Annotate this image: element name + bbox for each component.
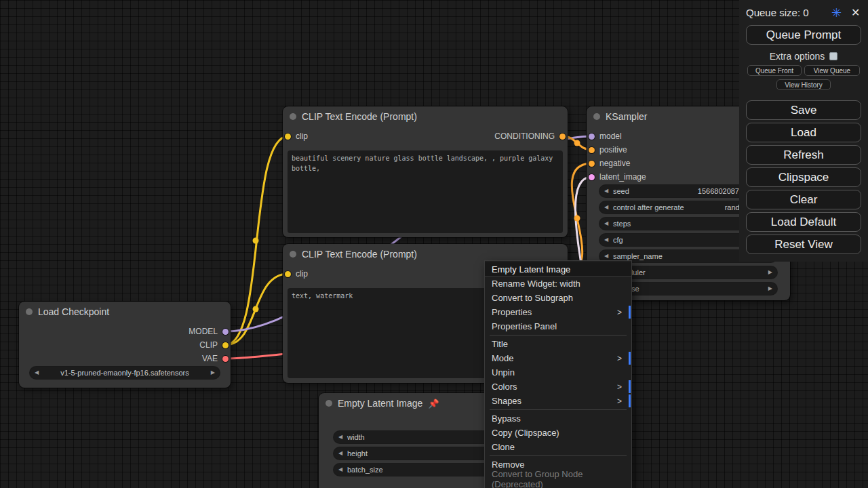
node-title: CLIP Text Encode (Prompt) xyxy=(302,249,417,260)
menu-item-bypass[interactable]: Bypass xyxy=(485,411,631,426)
menu-item-shapes[interactable]: Shapes > xyxy=(485,394,631,408)
settings-gear-icon[interactable]: ✳ xyxy=(831,5,842,20)
queue-prompt-button[interactable]: Queue Prompt xyxy=(746,25,861,45)
arrow-left-icon[interactable]: ◀ xyxy=(604,218,608,230)
queue-front-button[interactable]: Queue Front xyxy=(747,65,802,76)
output-slot-clip[interactable]: CLIP xyxy=(199,340,229,350)
model-slot-dot[interactable] xyxy=(589,134,595,140)
arrow-left-icon[interactable]: ◀ xyxy=(604,201,608,214)
menu-separator xyxy=(490,455,627,456)
menu-item-convert-to-group-node: Convert to Group Node (Deprecated) xyxy=(485,472,631,486)
submenu-accent-bar xyxy=(629,380,631,393)
node-title: CLIP Text Encode (Prompt) xyxy=(302,111,417,122)
clip-slot-dot[interactable] xyxy=(222,342,229,348)
node-title: Empty Latent Image xyxy=(338,398,422,409)
node-title: Load Checkpoint xyxy=(38,306,109,317)
conditioning-slot-dot[interactable] xyxy=(589,161,595,167)
link-midpoint-dot[interactable] xyxy=(574,216,580,222)
widget-ckpt-name[interactable]: ◀ v1-5-pruned-emaonly-fp16.safetensors ▶ xyxy=(30,367,220,379)
node-header[interactable]: Load Checkpoint xyxy=(19,302,231,322)
reset-view-button[interactable]: Reset View xyxy=(746,235,861,254)
input-slot-positive[interactable]: positive xyxy=(589,145,627,155)
conditioning-slot-dot[interactable] xyxy=(589,147,595,153)
extra-options-row: Extra options xyxy=(739,51,868,62)
view-queue-button[interactable]: View Queue xyxy=(804,65,860,76)
collapse-toggle[interactable] xyxy=(290,251,296,258)
arrow-right-icon[interactable]: ▶ xyxy=(768,283,772,295)
output-slot-conditioning[interactable]: CONDITIONING xyxy=(494,131,566,141)
submenu-accent-bar xyxy=(629,306,631,319)
submenu-accent-bar xyxy=(629,394,631,407)
load-default-button[interactable]: Load Default xyxy=(746,212,861,232)
arrow-right-icon[interactable]: ▶ xyxy=(768,266,772,279)
conditioning-slot-dot[interactable] xyxy=(559,134,566,140)
close-icon[interactable]: ✕ xyxy=(851,6,860,19)
submenu-arrow-icon: > xyxy=(617,308,622,317)
menu-item-colors[interactable]: Colors > xyxy=(485,380,631,394)
prompt-text-widget[interactable]: beautiful scenery nature glass bottle la… xyxy=(288,150,563,233)
clip-slot-dot[interactable] xyxy=(285,134,291,140)
input-slot-clip[interactable]: clip xyxy=(285,269,308,279)
extra-options-label: Extra options xyxy=(770,51,825,62)
menu-item-clone[interactable]: Clone xyxy=(485,440,631,454)
collapse-toggle[interactable] xyxy=(593,113,600,120)
view-history-button[interactable]: View History xyxy=(776,79,831,90)
node-clip-text-encode-positive[interactable]: CLIP Text Encode (Prompt) clip CONDITION… xyxy=(283,106,568,237)
output-slot-vae[interactable]: VAE xyxy=(202,354,229,363)
context-menu-title: Empty Latent Image xyxy=(485,262,631,277)
queue-size-label: Queue size: 0 xyxy=(746,7,809,18)
menu-item-mode[interactable]: Mode > xyxy=(485,351,631,365)
node-header[interactable]: CLIP Text Encode (Prompt) xyxy=(283,106,568,127)
arrow-left-icon[interactable]: ◀ xyxy=(604,185,608,197)
link-midpoint-dot[interactable] xyxy=(574,140,580,146)
menu-item-properties-panel[interactable]: Properties Panel xyxy=(485,319,631,333)
clip-slot-dot[interactable] xyxy=(285,271,291,277)
arrow-left-icon[interactable]: ◀ xyxy=(35,367,39,379)
menu-separator xyxy=(490,335,627,336)
input-slot-clip[interactable]: clip xyxy=(285,131,308,141)
clear-button[interactable]: Clear xyxy=(746,190,861,209)
output-slot-model[interactable]: MODEL xyxy=(189,327,229,336)
submenu-arrow-icon: > xyxy=(617,396,622,406)
menu-item-title[interactable]: Title xyxy=(485,337,631,351)
menu-item-rename-widget[interactable]: Rename Widget: width xyxy=(485,277,631,291)
model-slot-dot[interactable] xyxy=(222,329,229,335)
menu-item-properties[interactable]: Properties > xyxy=(485,305,631,319)
menu-item-unpin[interactable]: Unpin xyxy=(485,365,631,380)
input-slot-negative[interactable]: negative xyxy=(589,159,630,168)
submenu-accent-bar xyxy=(629,352,631,365)
arrow-left-icon[interactable]: ◀ xyxy=(338,464,342,476)
arrow-left-icon[interactable]: ◀ xyxy=(338,447,342,460)
context-menu: Empty Latent Image Rename Widget: width … xyxy=(484,260,632,488)
menu-item-convert-to-subgraph[interactable]: Convert to Subgraph xyxy=(485,291,631,305)
submenu-arrow-icon: > xyxy=(617,382,622,392)
queue-panel: Queue size: 0 ✳ ✕ Queue Prompt Extra opt… xyxy=(739,0,868,262)
link-midpoint-dot[interactable] xyxy=(253,306,259,312)
collapse-toggle[interactable] xyxy=(26,308,33,315)
collapse-toggle[interactable] xyxy=(290,113,296,120)
load-button[interactable]: Load xyxy=(746,123,861,142)
save-button[interactable]: Save xyxy=(746,100,861,120)
link-midpoint-dot[interactable] xyxy=(253,238,259,244)
collapse-toggle[interactable] xyxy=(326,400,332,407)
arrow-left-icon[interactable]: ◀ xyxy=(604,234,608,246)
input-slot-model[interactable]: model xyxy=(589,131,622,141)
arrow-right-icon[interactable]: ▶ xyxy=(211,367,215,379)
node-load-checkpoint[interactable]: Load Checkpoint MODEL CLIP VAE ◀ v1-5-pr… xyxy=(19,302,231,388)
node-title: KSampler xyxy=(606,111,647,122)
pin-icon: 📌 xyxy=(428,399,439,409)
refresh-button[interactable]: Refresh xyxy=(746,145,861,165)
clipspace-button[interactable]: Clipspace xyxy=(746,167,861,187)
graph-canvas[interactable]: CLIP Text Encode (Prompt) clip CONDITION… xyxy=(0,0,868,488)
menu-separator xyxy=(490,409,627,410)
menu-item-copy-clipspace[interactable]: Copy (Clipspace) xyxy=(485,426,631,440)
submenu-arrow-icon: > xyxy=(617,354,622,363)
input-slot-latent-image[interactable]: latent_image xyxy=(589,172,646,182)
arrow-left-icon[interactable]: ◀ xyxy=(338,431,342,443)
vae-slot-dot[interactable] xyxy=(222,356,229,362)
extra-options-checkbox[interactable] xyxy=(829,52,837,60)
latent-slot-dot[interactable] xyxy=(589,174,595,180)
